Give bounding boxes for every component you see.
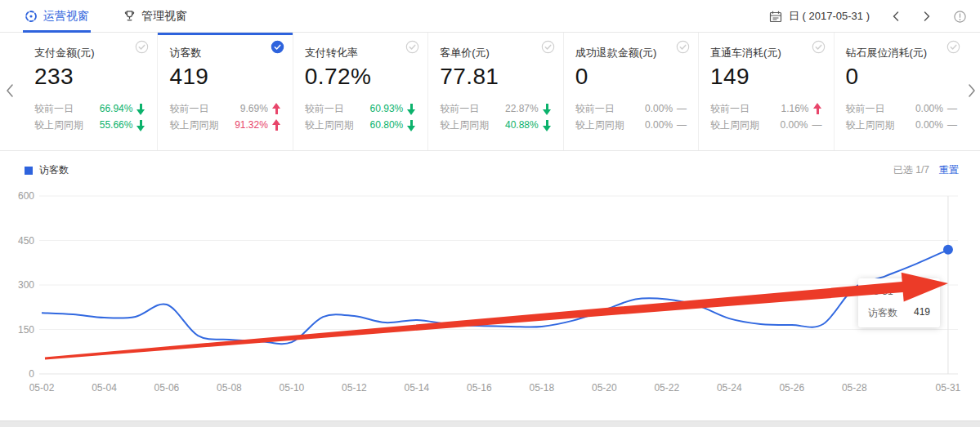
legend-label: 访客数 [39, 163, 69, 177]
trend-arrow-icon [407, 104, 416, 114]
x-axis-tick-label: 05-22 [654, 382, 679, 394]
compare-label: 较上周同期 [846, 118, 895, 132]
trend-arrow-icon: — [677, 103, 687, 114]
compare-value: 0.00% [645, 103, 673, 114]
x-axis-tick-label: 05-20 [592, 382, 617, 394]
metric-select-check-icon[interactable] [946, 40, 960, 54]
compare-value: 66.94% [100, 103, 133, 114]
chart-tooltip: 05-31 访客数 419 [858, 278, 940, 327]
cards-scroll-right-icon[interactable] [967, 83, 977, 98]
compare-value: 9.69% [240, 103, 268, 114]
x-axis-tick-label: 05-08 [217, 382, 242, 394]
compare-value: 60.93% [370, 103, 404, 114]
metric-card-value: 233 [34, 64, 145, 90]
compare-label: 较前一日 [710, 102, 750, 116]
x-axis-tick-label: 05-06 [154, 382, 180, 394]
y-axis-tick-label: 0 [29, 368, 34, 380]
trend-arrow-icon [272, 120, 281, 131]
compare-label: 较上周同期 [34, 118, 83, 132]
metric-card-title: 支付金额(元) [34, 46, 145, 60]
chart-legend-item[interactable]: 访客数 [25, 163, 69, 177]
tooltip-value: 419 [914, 306, 930, 320]
compare-value: 55.66% [100, 119, 133, 131]
topbar-right-controls: 日 ( 2017-05-31 ) [769, 0, 967, 33]
metric-card[interactable]: 直通车消耗(元) 149 较前一日 1.16% 较上周同期 0.00% — [699, 33, 834, 150]
selected-count-label: 已选 1/7 [893, 163, 929, 177]
compare-value: 0.00% [781, 119, 808, 131]
trend-arrow-icon [407, 120, 416, 131]
compare-value: 91.32% [235, 119, 268, 131]
trend-arrow-icon [272, 104, 281, 114]
x-axis-tick-label: 05-26 [779, 382, 804, 394]
metric-select-check-icon[interactable] [405, 40, 419, 54]
compare-value: 0.00% [915, 103, 943, 114]
legend-swatch [25, 167, 33, 175]
tab-label: 管理视窗 [141, 9, 187, 24]
compare-value: 22.87% [505, 103, 539, 114]
y-axis-tick-label: 300 [18, 279, 34, 291]
compare-value: 0.00% [645, 119, 673, 131]
x-axis-tick-label: 05-24 [717, 382, 742, 394]
metric-select-check-icon[interactable] [135, 40, 149, 54]
metric-select-check-icon[interactable] [541, 40, 555, 54]
metric-card[interactable]: 成功退款金额(元) 0 较前一日 0.00% — 较上周同期 0.00% — [564, 33, 699, 150]
x-axis-tick-label: 05-12 [342, 382, 367, 394]
metric-card[interactable]: 支付转化率 0.72% 较前一日 60.93% 较上周同期 60.80% [293, 33, 428, 150]
trend-arrow-icon: — [677, 119, 687, 131]
metric-card-title: 直通车消耗(元) [710, 46, 821, 60]
trend-arrow-icon: — [947, 119, 957, 131]
date-selector[interactable]: 日 ( 2017-05-31 ) [769, 9, 870, 24]
compare-value: 60.80% [370, 119, 404, 131]
trend-arrow-icon [136, 120, 145, 131]
metric-card[interactable]: 钻石展位消耗(元) 0 较前一日 0.00% — 较上周同期 0.00% — [835, 33, 969, 150]
x-axis-tick-label: 05-31 [936, 382, 961, 394]
chart-plot-area[interactable]: 015030045060005-0205-0405-0605-0805-1005… [0, 182, 980, 420]
metric-card-title: 客单价(元) [440, 46, 551, 60]
metric-select-check-icon[interactable] [271, 40, 284, 54]
tooltip-date: 05-31 [868, 286, 930, 297]
trend-arrow-icon: — [947, 103, 957, 114]
metric-card[interactable]: 支付金额(元) 233 较前一日 66.94% 较上周同期 55.66% [23, 33, 158, 150]
compare-value: 40.88% [505, 119, 539, 131]
metric-select-check-icon[interactable] [812, 40, 826, 54]
compare-label: 较上周同期 [440, 118, 489, 132]
info-icon[interactable] [953, 10, 967, 24]
bottom-strip [0, 420, 980, 427]
tab-management-window[interactable]: 管理视窗 [123, 0, 187, 33]
top-navigation-bar: 运营视窗 管理视窗 日 ( 2017-05-31 ) [0, 0, 980, 33]
trend-arrow-icon [543, 120, 552, 131]
compare-label: 较前一日 [305, 102, 344, 116]
compare-label: 较前一日 [34, 102, 74, 116]
compare-label: 较前一日 [846, 102, 885, 116]
x-axis-tick-label: 05-10 [280, 382, 305, 394]
compare-label: 较上周同期 [575, 118, 624, 132]
tab-operations-window[interactable]: 运营视窗 [25, 0, 89, 33]
y-axis-tick-label: 600 [18, 190, 34, 202]
metric-card-value: 0 [846, 64, 957, 90]
shield-badge-icon [25, 10, 38, 23]
metric-card-title: 支付转化率 [305, 46, 416, 60]
metric-card-value: 419 [169, 64, 280, 90]
metric-card[interactable]: 客单价(元) 77.81 较前一日 22.87% 较上周同期 40.88% [428, 33, 563, 150]
reset-button[interactable]: 重置 [939, 163, 959, 177]
visitors-line-chart[interactable]: 015030045060005-0205-0405-0605-0805-1005… [0, 182, 980, 420]
metric-card-title: 钻石展位消耗(元) [846, 46, 957, 60]
metric-card-value: 0 [575, 64, 687, 90]
trophy-icon [123, 10, 136, 22]
prev-day-chevron-icon[interactable] [891, 11, 901, 22]
x-axis-tick-label: 05-14 [405, 382, 430, 394]
metric-card[interactable]: 访客数 419 较前一日 9.69% 较上周同期 91.32% [158, 33, 293, 150]
compare-value: 1.16% [781, 103, 809, 114]
x-axis-tick-label: 05-16 [467, 382, 492, 394]
metric-card-value: 0.72% [305, 64, 416, 90]
tab-label: 运营视窗 [43, 9, 89, 24]
metric-card-value: 149 [710, 64, 821, 90]
cards-scroll-left-icon[interactable] [5, 83, 15, 98]
next-day-chevron-icon[interactable] [922, 11, 932, 22]
compare-label: 较上周同期 [169, 118, 218, 132]
x-axis-tick-label: 05-02 [29, 382, 55, 394]
tooltip-series-label: 访客数 [868, 306, 897, 320]
compare-label: 较前一日 [575, 102, 615, 116]
date-label: 日 ( 2017-05-31 ) [789, 9, 870, 24]
metric-select-check-icon[interactable] [676, 40, 690, 54]
